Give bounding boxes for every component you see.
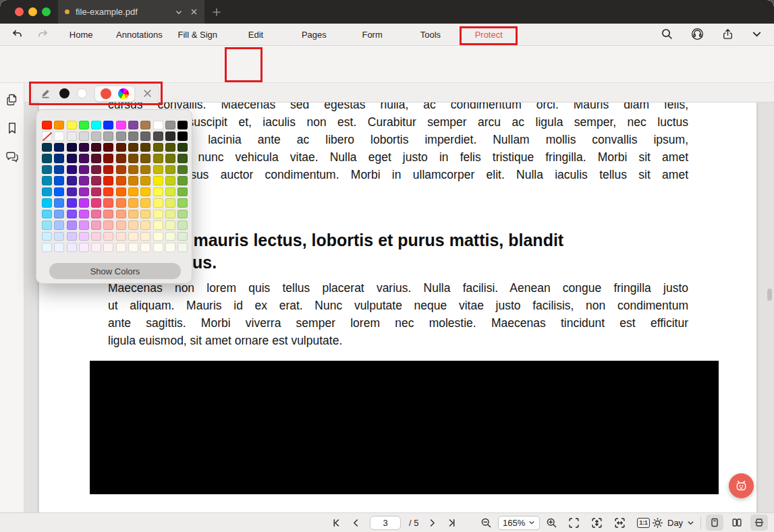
zoom-out-icon[interactable] (480, 517, 492, 529)
swatch-shade-9-1[interactable] (42, 232, 52, 241)
collapse-toolbar-chevron-icon[interactable] (751, 28, 763, 40)
swatch-shade-3-7[interactable] (116, 165, 126, 174)
swatch-shade-4-9[interactable] (140, 176, 150, 185)
swatch-shade-1-8[interactable] (128, 143, 138, 152)
previous-page-icon[interactable] (350, 517, 362, 529)
swatch-shade-4-8[interactable] (128, 176, 138, 185)
swatch-shade-5-4[interactable] (79, 187, 89, 196)
swatch-shade-3-6[interactable] (103, 165, 113, 174)
comments-icon[interactable] (5, 149, 20, 164)
swatch-shade-8-10[interactable] (153, 220, 163, 229)
swatch-grayscale-3[interactable] (79, 131, 89, 140)
swatch-shade-9-4[interactable] (79, 232, 89, 241)
continuous-scroll-view-button[interactable] (750, 514, 768, 531)
page-number-input[interactable] (370, 516, 401, 530)
swatch-shade-5-10[interactable] (153, 187, 163, 196)
swatch-shade-1-6[interactable] (103, 143, 113, 152)
swatch-shade-10-5[interactable] (91, 243, 101, 252)
swatch-shade-9-5[interactable] (91, 232, 101, 241)
swatch-shade-7-2[interactable] (54, 210, 64, 218)
swatch-shade-3-10[interactable] (153, 165, 163, 174)
swatch-shade-3-3[interactable] (67, 165, 77, 174)
swatch-shade-3-5[interactable] (91, 165, 101, 174)
swatch-shade-10-8[interactable] (128, 243, 138, 252)
swatch-shade-5-7[interactable] (116, 187, 126, 196)
white-color-swatch[interactable] (77, 88, 87, 98)
swatch-bright-11[interactable] (165, 121, 175, 129)
swatch-shade-6-5[interactable] (91, 198, 101, 207)
swatch-shade-9-6[interactable] (103, 232, 113, 241)
zoom-level-select[interactable]: 165% (498, 516, 540, 530)
swatch-shade-1-3[interactable] (67, 143, 77, 152)
swatch-shade-3-2[interactable] (54, 165, 64, 174)
menu-item-tools[interactable]: Tools (402, 24, 460, 45)
swatch-shade-8-2[interactable] (54, 220, 64, 229)
fit-width-icon[interactable] (614, 517, 626, 529)
show-colors-button[interactable]: Show Colors (49, 263, 181, 279)
swatch-bright-8[interactable] (128, 121, 138, 129)
swatch-bright-9[interactable] (140, 121, 150, 129)
swatch-shade-7-12[interactable] (177, 210, 188, 218)
swatch-shade-10-1[interactable] (42, 243, 52, 252)
swatch-shade-6-10[interactable] (153, 198, 163, 207)
swatch-bright-7[interactable] (116, 121, 126, 129)
swatch-shade-8-12[interactable] (177, 220, 188, 229)
zoom-window-button[interactable] (42, 7, 51, 16)
fit-height-icon[interactable] (591, 517, 603, 529)
swatch-shade-10-3[interactable] (67, 243, 77, 252)
swatch-shade-6-3[interactable] (67, 198, 77, 207)
two-page-view-button[interactable] (728, 514, 746, 531)
swatch-shade-7-10[interactable] (153, 210, 163, 218)
swatch-shade-9-7[interactable] (116, 232, 126, 241)
swatch-shade-2-3[interactable] (67, 154, 77, 162)
minimize-window-button[interactable] (28, 7, 37, 16)
swatch-shade-6-9[interactable] (140, 198, 150, 207)
swatch-shade-10-7[interactable] (116, 243, 126, 252)
swatch-shade-3-9[interactable] (140, 165, 150, 174)
swatch-shade-2-12[interactable] (177, 154, 188, 162)
tab-close-icon[interactable] (188, 7, 199, 18)
swatch-shade-5-11[interactable] (165, 187, 175, 196)
single-page-view-button[interactable] (706, 514, 723, 531)
tab-chevron-down-icon[interactable] (173, 7, 184, 18)
swatch-shade-7-6[interactable] (103, 210, 113, 218)
swatch-shade-3-8[interactable] (128, 165, 138, 174)
swatch-shade-8-6[interactable] (103, 220, 113, 229)
swatch-shade-2-10[interactable] (153, 154, 163, 162)
red-color-swatch-selected[interactable] (101, 88, 111, 99)
swatch-shade-5-12[interactable] (177, 187, 188, 196)
swatch-shade-10-2[interactable] (54, 243, 64, 252)
swatch-bright-4[interactable] (79, 121, 89, 129)
swatch-grayscale-5[interactable] (103, 131, 113, 140)
black-color-swatch[interactable] (59, 88, 70, 98)
close-redact-bar-icon[interactable] (142, 89, 152, 98)
page-thumbnails-icon[interactable] (5, 92, 20, 107)
swatch-shade-6-2[interactable] (54, 198, 64, 207)
swatch-shade-7-5[interactable] (91, 210, 101, 218)
swatch-bright-5[interactable] (91, 121, 101, 129)
swatch-shade-8-11[interactable] (165, 220, 175, 229)
swatch-shade-7-9[interactable] (140, 210, 150, 218)
swatch-shade-9-3[interactable] (67, 232, 77, 241)
menu-item-edit[interactable]: Edit (227, 24, 285, 45)
swatch-bright-3[interactable] (67, 121, 77, 129)
swatch-shade-2-9[interactable] (140, 154, 150, 162)
undo-icon[interactable] (11, 28, 24, 40)
swatch-shade-5-1[interactable] (42, 187, 52, 196)
swatch-shade-7-3[interactable] (67, 210, 77, 218)
swatch-shade-10-11[interactable] (165, 243, 175, 252)
swatch-shade-7-11[interactable] (165, 210, 175, 218)
swatch-shade-4-7[interactable] (116, 176, 126, 185)
fit-page-icon[interactable] (568, 517, 580, 529)
color-wheel-icon[interactable] (118, 88, 129, 99)
swatch-shade-4-12[interactable] (177, 176, 188, 185)
swatch-shade-9-9[interactable] (140, 232, 150, 241)
theme-chevron-down-icon[interactable] (687, 519, 694, 527)
swatch-shade-1-7[interactable] (116, 143, 126, 152)
swatch-shade-6-7[interactable] (116, 198, 126, 207)
swatch-shade-4-4[interactable] (79, 176, 89, 185)
swatch-shade-6-8[interactable] (128, 198, 138, 207)
support-headset-icon[interactable] (690, 27, 704, 41)
swatch-shade-8-8[interactable] (128, 220, 138, 229)
swatch-bright-2[interactable] (54, 121, 64, 129)
